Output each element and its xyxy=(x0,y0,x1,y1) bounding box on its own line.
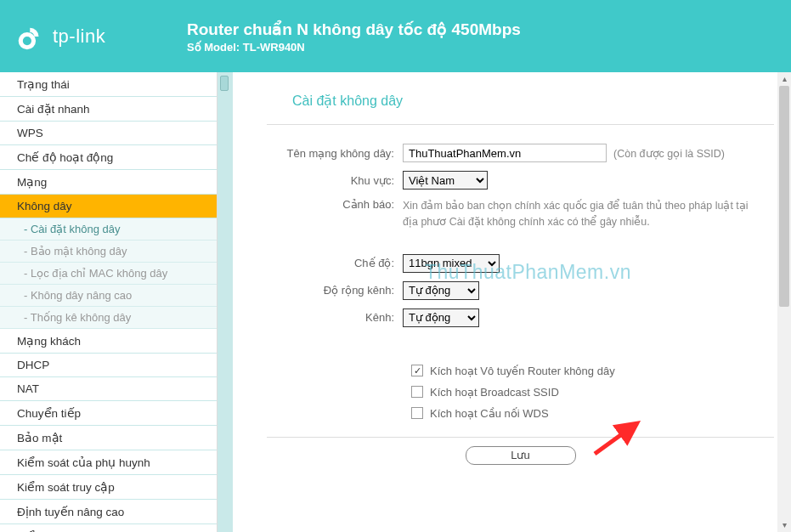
scroll-up-icon[interactable]: ▴ xyxy=(777,72,791,86)
header: tp-link Router chuẩn N không dây tốc độ … xyxy=(0,0,791,72)
label-mode: Chế độ: xyxy=(267,257,403,269)
checkbox-broadcast-ssid[interactable] xyxy=(411,386,423,398)
header-title: Router chuẩn N không dây tốc độ 450Mbps xyxy=(187,20,521,39)
sidebar-subitem-mac-filter[interactable]: - Lọc địa chỉ MAC không dây xyxy=(0,263,217,285)
divider-scroll-thumb[interactable] xyxy=(220,76,229,91)
row-broadcast-ssid: Kích hoạt Broadcast SSID xyxy=(411,386,774,399)
label-channel: Kênh: xyxy=(267,311,403,324)
checkbox-enable-wireless[interactable] xyxy=(411,365,423,376)
header-subtitle: Số Model: TL-WR940N xyxy=(187,41,521,54)
row-channel-width: Độ rộng kênh: Tự động xyxy=(267,281,774,300)
row-channel: Kênh: Tự động xyxy=(267,308,774,327)
warning-text: Xin đảm bảo ban chọn chính xác quốc gia … xyxy=(403,198,760,230)
header-titles: Router chuẩn N không dây tốc độ 450Mbps … xyxy=(187,20,521,54)
sidebar-item-dhcp[interactable]: DHCP xyxy=(0,354,217,377)
sidebar: Trạng thái Cài đặt nhanh WPS Chế độ hoạt… xyxy=(0,72,218,532)
label-enable-wireless: Kích hoạt Vô tuyến Router không dây xyxy=(430,365,615,377)
logo-area: tp-link xyxy=(17,22,187,51)
label-wds: Kích hoạt Cầu nối WDS xyxy=(430,407,549,420)
scroll-thumb[interactable] xyxy=(779,86,789,307)
save-row: Lưu xyxy=(267,437,774,465)
ssid-hint: (Còn được gọi là SSID) xyxy=(613,147,725,160)
checkbox-wds[interactable] xyxy=(411,407,423,419)
scroll-down-icon[interactable]: ▾ xyxy=(777,518,791,532)
sidebar-item-forwarding[interactable]: Chuyển tiếp xyxy=(0,401,217,426)
svg-point-0 xyxy=(20,34,33,47)
ssid-input[interactable] xyxy=(403,144,607,162)
row-mode: Chế độ: 11bgn mixed xyxy=(267,254,774,273)
right-scrollbar[interactable]: ▴ ▾ xyxy=(777,72,791,532)
sidebar-item-nat[interactable]: NAT xyxy=(0,377,217,401)
row-ssid: Tên mạng không dây: (Còn được gọi là SSI… xyxy=(267,144,774,162)
sidebar-subitem-wireless-stats[interactable]: - Thống kê không dây xyxy=(0,307,217,329)
channel-width-select[interactable]: Tự động xyxy=(403,281,479,300)
channel-select[interactable]: Tự động xyxy=(403,308,479,327)
sidebar-item-network[interactable]: Mạng xyxy=(0,170,217,195)
save-button[interactable]: Lưu xyxy=(466,446,576,465)
sidebar-item-advanced-routing[interactable]: Định tuyến nâng cao xyxy=(0,500,217,524)
row-wds: Kích hoạt Cầu nối WDS xyxy=(411,407,774,420)
label-region: Khu vực: xyxy=(267,174,403,187)
sidebar-item-wireless[interactable]: Không dây xyxy=(0,195,217,218)
label-warning: Cảnh báo: xyxy=(267,198,403,211)
sidebar-subitem-wireless-security[interactable]: - Bảo mật không dây xyxy=(0,241,217,263)
sidebar-item-operation-mode[interactable]: Chế độ hoạt động xyxy=(0,145,217,170)
sidebar-item-status[interactable]: Trạng thái xyxy=(0,72,217,97)
sidebar-item-wps[interactable]: WPS xyxy=(0,122,217,145)
row-warning: Cảnh báo: Xin đảm bảo ban chọn chính xác… xyxy=(267,198,774,230)
sidebar-item-quick-setup[interactable]: Cài đặt nhanh xyxy=(0,97,217,122)
label-broadcast-ssid: Kích hoạt Broadcast SSID xyxy=(430,386,559,399)
sidebar-item-guest-network[interactable]: Mạng khách xyxy=(0,329,217,354)
sidebar-item-security[interactable]: Bảo mật xyxy=(0,426,217,450)
sidebar-subitem-wireless-advanced[interactable]: - Không dây nâng cao xyxy=(0,285,217,307)
content-area: Cài đặt không dây Tên mạng không dây: (C… xyxy=(233,72,791,532)
divider-column xyxy=(218,72,233,532)
sidebar-subitem-wireless-settings[interactable]: - Cài đặt không dây xyxy=(0,218,217,241)
row-region: Khu vực: Việt Nam xyxy=(267,171,774,190)
page-heading: Cài đặt không dây xyxy=(292,93,774,109)
brand-text: tp-link xyxy=(53,25,105,48)
sidebar-item-bandwidth-control[interactable]: Kiểm soát băng thông xyxy=(0,524,217,532)
label-ssid: Tên mạng không dây: xyxy=(267,147,403,160)
mode-select[interactable]: 11bgn mixed xyxy=(403,254,500,273)
tp-link-logo-icon xyxy=(17,22,46,51)
label-channel-width: Độ rộng kênh: xyxy=(267,284,403,297)
divider-line xyxy=(267,124,774,125)
sidebar-item-parental-control[interactable]: Kiểm soát của phụ huynh xyxy=(0,450,217,475)
row-enable-wireless: Kích hoạt Vô tuyến Router không dây xyxy=(411,365,774,377)
sidebar-item-access-control[interactable]: Kiểm soát truy cập xyxy=(0,475,217,500)
region-select[interactable]: Việt Nam xyxy=(403,171,488,190)
